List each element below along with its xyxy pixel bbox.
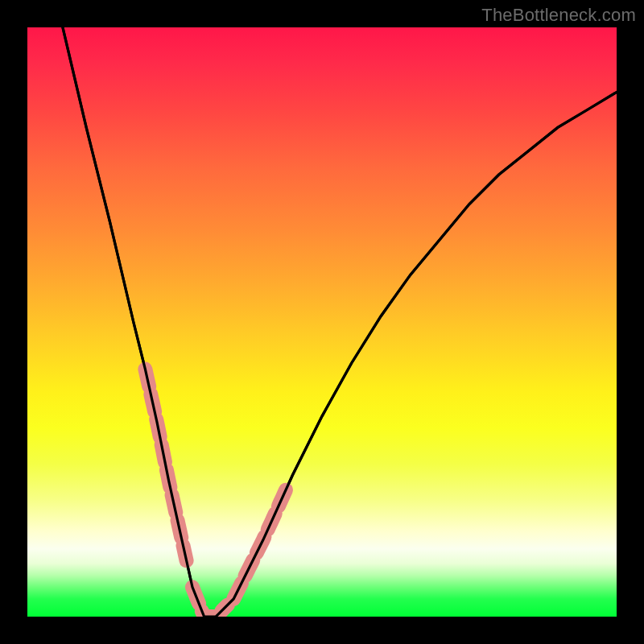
plot-area	[27, 27, 617, 617]
bottleneck-curve	[63, 27, 617, 617]
curve-overlay	[27, 27, 617, 617]
watermark-label: TheBottleneck.com	[481, 5, 636, 26]
bottleneck-curve	[63, 27, 617, 617]
chart-frame: TheBottleneck.com	[0, 0, 644, 644]
